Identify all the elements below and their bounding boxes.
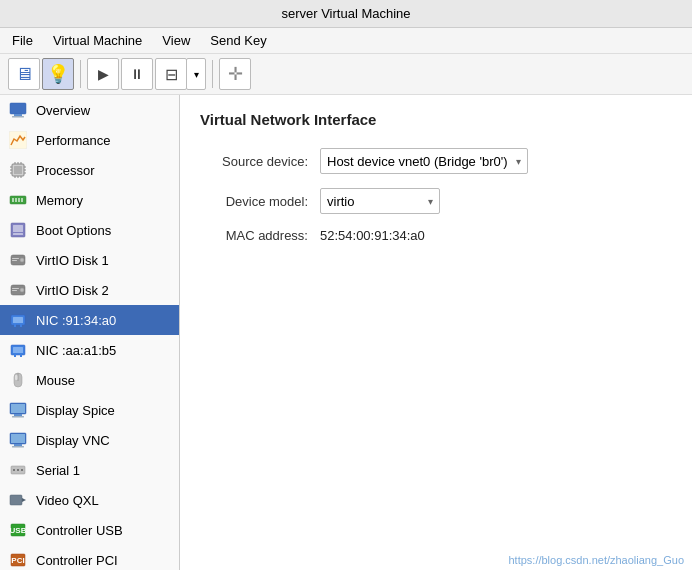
svg-rect-57 xyxy=(10,495,22,505)
power-button[interactable]: 💡 xyxy=(42,58,74,90)
nic91-icon xyxy=(8,310,28,330)
sidebar: Overview Performance Processor Memory Bo xyxy=(0,95,180,570)
sidebar-label-serial-1: Serial 1 xyxy=(36,463,80,478)
sidebar-item-processor[interactable]: Processor xyxy=(0,155,179,185)
mac-address-label: MAC address: xyxy=(200,228,320,243)
sidebar-item-display-vnc[interactable]: Display VNC xyxy=(0,425,179,455)
sidebar-label-processor: Processor xyxy=(36,163,95,178)
device-model-row: Device model: virtio ▾ xyxy=(200,188,672,214)
svg-point-54 xyxy=(13,469,15,471)
sidebar-item-nic-91[interactable]: NIC :91:34:a0 xyxy=(0,305,179,335)
sidebar-item-virtio-disk-1[interactable]: VirtIO Disk 1 xyxy=(0,245,179,275)
svg-rect-44 xyxy=(15,375,18,380)
memory-icon xyxy=(8,190,28,210)
pci-icon: PCI xyxy=(8,550,28,570)
sidebar-label-display-spice: Display Spice xyxy=(36,403,115,418)
svg-rect-47 xyxy=(14,414,22,416)
source-device-select[interactable]: Host device vnet0 (Bridge 'br0') ▾ xyxy=(320,148,528,174)
sidebar-label-performance: Performance xyxy=(36,133,110,148)
content-title: Virtual Network Interface xyxy=(200,111,672,128)
svg-rect-41 xyxy=(20,354,22,357)
sidebar-item-memory[interactable]: Memory xyxy=(0,185,179,215)
display-spice-icon xyxy=(8,400,28,420)
svg-rect-29 xyxy=(12,260,17,261)
mouse-icon xyxy=(8,370,28,390)
sidebar-item-nic-aa[interactable]: NIC :aa:a1:b5 xyxy=(0,335,179,365)
svg-rect-21 xyxy=(18,198,20,202)
svg-point-27 xyxy=(20,258,24,262)
device-model-value: virtio xyxy=(327,194,354,209)
svg-rect-51 xyxy=(14,444,22,446)
menu-file[interactable]: File xyxy=(8,31,37,50)
svg-point-55 xyxy=(17,469,19,471)
device-model-arrow: ▾ xyxy=(428,196,433,207)
sidebar-item-controller-usb[interactable]: USB Controller USB xyxy=(0,515,179,545)
sidebar-label-nic-aa: NIC :aa:a1:b5 xyxy=(36,343,116,358)
toolbar-separator-1 xyxy=(80,60,81,88)
menu-view[interactable]: View xyxy=(158,31,194,50)
boot-icon xyxy=(8,220,28,240)
main-layout: Overview Performance Processor Memory Bo xyxy=(0,95,692,570)
sidebar-item-video-qxl[interactable]: Video QXL xyxy=(0,485,179,515)
sidebar-label-boot-options: Boot Options xyxy=(36,223,111,238)
sidebar-label-virtio-disk-1: VirtIO Disk 1 xyxy=(36,253,109,268)
menu-send-key[interactable]: Send Key xyxy=(206,31,270,50)
sidebar-label-display-vnc: Display VNC xyxy=(36,433,110,448)
device-model-label: Device model: xyxy=(200,194,320,209)
svg-rect-39 xyxy=(13,347,23,353)
sidebar-item-overview[interactable]: Overview xyxy=(0,95,179,125)
menu-virtual-machine[interactable]: Virtual Machine xyxy=(49,31,146,50)
svg-rect-46 xyxy=(11,404,25,413)
sidebar-item-mouse[interactable]: Mouse xyxy=(0,365,179,395)
svg-rect-37 xyxy=(20,324,22,327)
sidebar-label-controller-pci: Controller PCI xyxy=(36,553,118,568)
sidebar-item-controller-pci[interactable]: PCI Controller PCI xyxy=(0,545,179,570)
svg-rect-0 xyxy=(10,103,26,114)
sidebar-label-video-qxl: Video QXL xyxy=(36,493,99,508)
title-text: server Virtual Machine xyxy=(281,6,410,21)
svg-point-56 xyxy=(21,469,23,471)
nicaa-icon xyxy=(8,340,28,360)
source-device-label: Source device: xyxy=(200,154,320,169)
sidebar-item-performance[interactable]: Performance xyxy=(0,125,179,155)
sidebar-item-boot-options[interactable]: Boot Options xyxy=(0,215,179,245)
monitor-button[interactable]: 🖥 xyxy=(8,58,40,90)
svg-rect-20 xyxy=(15,198,17,202)
disk2-icon xyxy=(8,280,28,300)
svg-rect-32 xyxy=(12,288,19,289)
disk1-icon xyxy=(8,250,28,270)
title-bar: server Virtual Machine xyxy=(0,0,692,28)
play-button[interactable]: ▶ xyxy=(87,58,119,90)
screenshot-button[interactable]: ⊟ xyxy=(155,58,187,90)
video-icon xyxy=(8,490,28,510)
svg-rect-40 xyxy=(14,354,16,357)
svg-rect-19 xyxy=(12,198,14,202)
sidebar-item-serial-1[interactable]: Serial 1 xyxy=(0,455,179,485)
svg-rect-24 xyxy=(13,225,23,232)
processor-icon xyxy=(8,160,28,180)
svg-rect-48 xyxy=(12,416,24,418)
svg-rect-28 xyxy=(12,258,19,259)
dropdown-button[interactable]: ▾ xyxy=(186,58,206,90)
sidebar-item-display-spice[interactable]: Display Spice xyxy=(0,395,179,425)
svg-rect-25 xyxy=(13,233,23,235)
sidebar-label-nic-91: NIC :91:34:a0 xyxy=(36,313,116,328)
device-model-select[interactable]: virtio ▾ xyxy=(320,188,440,214)
sidebar-label-controller-usb: Controller USB xyxy=(36,523,123,538)
svg-text:PCI: PCI xyxy=(11,556,24,565)
usb-icon: USB xyxy=(8,520,28,540)
sidebar-label-mouse: Mouse xyxy=(36,373,75,388)
toolbar: 🖥 💡 ▶ ⏸ ⊟ ▾ ✛ xyxy=(0,54,692,95)
sidebar-label-virtio-disk-2: VirtIO Disk 2 xyxy=(36,283,109,298)
source-device-value: Host device vnet0 (Bridge 'br0') xyxy=(327,154,508,169)
fullscreen-button[interactable]: ✛ xyxy=(219,58,251,90)
sidebar-item-virtio-disk-2[interactable]: VirtIO Disk 2 xyxy=(0,275,179,305)
svg-rect-35 xyxy=(13,317,23,323)
svg-rect-22 xyxy=(21,198,23,202)
watermark: https://blog.csdn.net/zhaoliang_Guo xyxy=(508,554,684,566)
pause-button[interactable]: ⏸ xyxy=(121,58,153,90)
svg-rect-5 xyxy=(14,166,22,174)
svg-rect-36 xyxy=(14,324,16,327)
mac-address-value: 52:54:00:91:34:a0 xyxy=(320,228,425,243)
source-device-row: Source device: Host device vnet0 (Bridge… xyxy=(200,148,672,174)
